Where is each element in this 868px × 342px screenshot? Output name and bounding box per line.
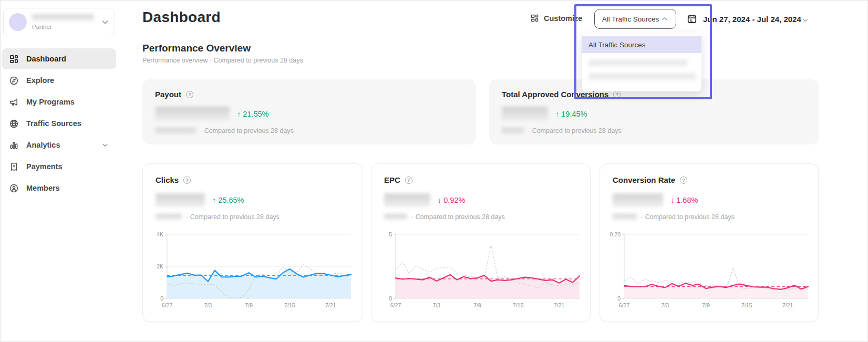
help-icon[interactable]: ? <box>680 177 687 184</box>
svg-text:7/15: 7/15 <box>284 302 295 308</box>
delta-badge: ↓ 0.92% <box>438 196 465 204</box>
sidebar-item-dashboard[interactable]: Dashboard <box>2 48 116 69</box>
dashboard-icon <box>9 54 19 64</box>
help-icon[interactable]: ? <box>183 177 191 184</box>
card-title: Conversion Rate <box>613 175 675 184</box>
clicks-value-redacted <box>156 193 205 207</box>
date-range-picker[interactable]: Jun 27, 2024 - Jul 24, 2024 <box>703 15 801 24</box>
customize-button[interactable]: Customize <box>530 14 582 23</box>
svg-text:0: 0 <box>389 295 392 302</box>
partner-selector[interactable]: Partner <box>3 8 115 36</box>
conversion-rate-line-chart: 00.206/277/37/97/157/21 <box>604 228 813 312</box>
compare-text: · Compared to previous 28 days <box>411 213 505 221</box>
svg-text:7/21: 7/21 <box>782 302 793 308</box>
delta-badge: ↓ 1.68% <box>670 196 698 204</box>
compare-text: · Compared to previous 28 days <box>186 213 280 221</box>
sidebar-item-explore[interactable]: Explore <box>2 70 116 91</box>
sidebar-item-label: Payments <box>26 162 63 171</box>
delta-badge: ↑ 25.65% <box>212 196 244 204</box>
sidebar-nav: Dashboard Explore My Programs Traffic So… <box>2 48 116 199</box>
chevron-down-icon[interactable] <box>801 16 809 24</box>
dropdown-item-all-traffic-sources[interactable]: All Traffic Sources <box>582 36 701 53</box>
dashboard-page: Partner Dashboard Explore My Programs Tr… <box>0 0 868 342</box>
receipt-icon <box>9 162 19 172</box>
conversions-value-redacted <box>502 107 548 121</box>
clicks-line-chart: 02K4K6/277/37/97/157/21 <box>147 228 356 312</box>
compare-text: · Compared to previous 28 days <box>641 213 735 221</box>
svg-text:7/3: 7/3 <box>204 302 212 308</box>
sidebar-item-label: Dashboard <box>26 55 66 63</box>
calendar-icon[interactable] <box>687 14 697 24</box>
avatar <box>9 13 27 31</box>
svg-text:0: 0 <box>160 295 163 302</box>
svg-text:7/21: 7/21 <box>325 302 336 308</box>
previous-value-redacted <box>156 214 182 220</box>
bar-chart-icon <box>9 140 19 150</box>
help-icon[interactable]: ? <box>405 177 412 184</box>
epc-chart-card: EPC ? ↓ 0.92% · Compared to previous 28 … <box>371 163 591 322</box>
help-icon[interactable]: ? <box>186 91 193 98</box>
previous-value-redacted <box>384 214 407 220</box>
sidebar-item-label: Traffic Sources <box>26 119 81 128</box>
card-title: EPC <box>384 175 400 184</box>
sidebar-item-payments[interactable]: Payments <box>2 156 116 177</box>
traffic-sources-filter-button[interactable]: All Traffic Sources <box>594 9 676 29</box>
previous-value-redacted <box>155 128 196 134</box>
conversion-rate-chart-card: Conversion Rate ? ↓ 1.68% · Compared to … <box>600 163 819 322</box>
traffic-sources-dropdown: All Traffic Sources <box>582 33 701 91</box>
megaphone-icon <box>9 97 19 107</box>
person-icon <box>9 183 19 193</box>
sidebar-item-analytics[interactable]: Analytics <box>2 134 116 156</box>
chevron-up-icon <box>661 15 668 23</box>
delta-badge: ↑ 19.45% <box>555 110 587 118</box>
svg-text:7/9: 7/9 <box>702 302 710 308</box>
sidebar-item-label: My Programs <box>26 98 75 106</box>
sidebar-item-members[interactable]: Members <box>2 178 116 199</box>
conversion-rate-value-redacted <box>613 193 663 207</box>
delta-badge: ↑ 21.55% <box>237 110 268 118</box>
svg-text:7/15: 7/15 <box>513 302 524 308</box>
dropdown-item-redacted[interactable] <box>588 74 696 80</box>
help-icon[interactable]: ? <box>613 91 621 98</box>
svg-text:6/27: 6/27 <box>390 302 401 308</box>
previous-value-redacted <box>613 214 637 220</box>
svg-text:0: 0 <box>617 295 621 302</box>
sidebar-item-my-programs[interactable]: My Programs <box>2 91 116 112</box>
svg-text:4K: 4K <box>157 231 163 237</box>
chevron-down-icon <box>101 141 109 149</box>
card-title: Payout <box>155 90 181 99</box>
svg-text:6/27: 6/27 <box>619 302 630 308</box>
sidebar-item-label: Analytics <box>26 141 60 149</box>
epc-value-redacted <box>384 193 430 207</box>
compass-icon <box>9 76 19 86</box>
compare-text: · Compared to previous 28 days <box>528 127 622 134</box>
sidebar-item-label: Members <box>26 184 60 192</box>
svg-text:7/3: 7/3 <box>432 302 440 308</box>
payout-card: Payout ? ↑ 21.55% · Compared to previous… <box>142 79 476 144</box>
previous-value-redacted <box>502 128 524 134</box>
dropdown-item-redacted[interactable] <box>588 60 687 67</box>
svg-text:7/3: 7/3 <box>661 302 669 308</box>
svg-text:0.20: 0.20 <box>610 231 621 237</box>
svg-text:5: 5 <box>389 231 392 237</box>
svg-text:6/27: 6/27 <box>162 302 173 308</box>
partner-type-label: Partner <box>32 24 96 30</box>
epc-line-chart: 056/277/37/97/157/21 <box>376 228 585 312</box>
svg-text:7/21: 7/21 <box>554 302 565 308</box>
clicks-chart-card: Clicks ? ↑ 25.65% · Compared to previous… <box>142 163 363 322</box>
payout-value-redacted <box>155 107 230 121</box>
customize-label: Customize <box>544 14 582 23</box>
sidebar-item-traffic-sources[interactable]: Traffic Sources <box>2 113 116 134</box>
svg-text:7/15: 7/15 <box>741 302 752 308</box>
page-title: Dashboard <box>142 9 221 26</box>
globe-icon <box>9 119 19 129</box>
traffic-filter-label: All Traffic Sources <box>602 15 659 23</box>
partner-name-redacted <box>32 14 94 21</box>
compare-text: · Compared to previous 28 days <box>200 127 294 134</box>
section-subtitle: Performance overview · Compared to previ… <box>142 57 303 64</box>
svg-text:7/9: 7/9 <box>245 302 253 308</box>
section-title: Performance Overview <box>142 43 251 54</box>
dropdown-item-label: All Traffic Sources <box>588 41 646 49</box>
customize-grid-icon <box>530 14 539 23</box>
svg-text:7/9: 7/9 <box>473 302 481 308</box>
